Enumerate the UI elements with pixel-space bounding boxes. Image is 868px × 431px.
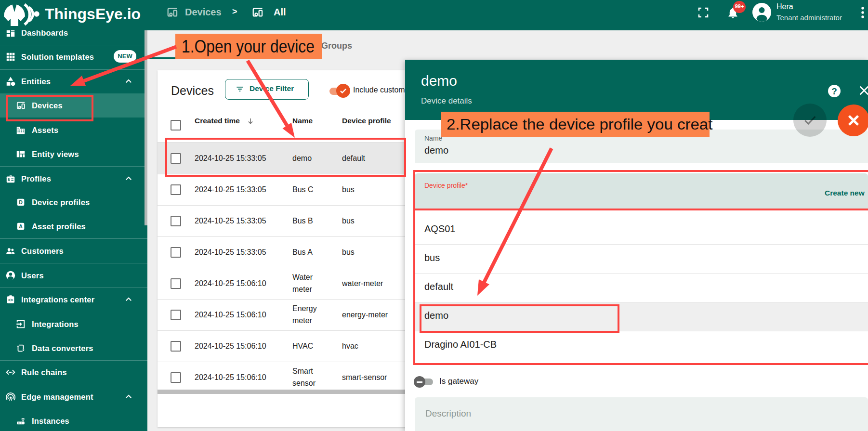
svg-text:D: D xyxy=(19,199,23,205)
svg-text:A: A xyxy=(19,223,23,229)
svg-text:<>: <> xyxy=(8,298,13,303)
